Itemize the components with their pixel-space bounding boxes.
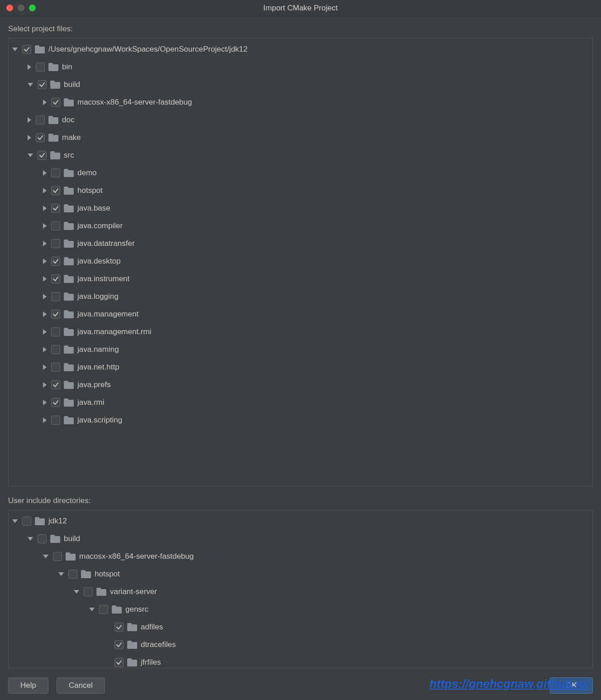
tree-row[interactable]: doc xyxy=(9,111,592,129)
disclosure-triangle-icon[interactable] xyxy=(43,555,48,558)
maximize-window-button[interactable] xyxy=(29,5,36,11)
tree-row[interactable]: java.management xyxy=(9,305,592,323)
checkbox[interactable] xyxy=(36,115,45,125)
disclosure-triangle-icon[interactable] xyxy=(43,294,47,299)
checkbox[interactable] xyxy=(51,327,60,336)
checkbox[interactable] xyxy=(51,168,60,177)
tree-row[interactable]: java.prefs xyxy=(9,376,592,393)
tree-row[interactable]: hotspot xyxy=(9,565,592,583)
checkbox[interactable] xyxy=(51,380,60,389)
tree-row[interactable]: dtracefiles xyxy=(9,636,592,653)
checkbox[interactable] xyxy=(51,98,60,107)
disclosure-triangle-icon[interactable] xyxy=(43,329,47,335)
disclosure-triangle-icon[interactable] xyxy=(43,206,47,211)
checkbox[interactable] xyxy=(114,640,124,649)
checkbox[interactable] xyxy=(114,623,124,632)
checkbox[interactable] xyxy=(38,80,47,89)
checkbox[interactable] xyxy=(84,587,93,596)
checkbox[interactable] xyxy=(51,292,60,301)
checkbox[interactable] xyxy=(51,186,60,195)
tree-row[interactable]: java.net.http xyxy=(9,358,592,376)
cancel-button[interactable]: Cancel xyxy=(57,677,105,694)
help-button[interactable]: Help xyxy=(8,677,48,694)
checkbox[interactable] xyxy=(53,552,62,561)
disclosure-triangle-icon[interactable] xyxy=(28,83,33,86)
tree-row[interactable]: java.logging xyxy=(9,288,592,305)
checkbox[interactable] xyxy=(36,133,45,142)
disclosure-triangle-icon[interactable] xyxy=(43,259,47,264)
checkbox[interactable] xyxy=(68,570,77,579)
close-window-button[interactable] xyxy=(6,5,13,11)
disclosure-triangle-icon[interactable] xyxy=(28,153,33,157)
tree-row[interactable]: demo xyxy=(9,164,592,182)
tree-row[interactable]: gensrc xyxy=(9,600,592,618)
disclosure-triangle-icon[interactable] xyxy=(43,400,47,405)
tree-row[interactable]: macosx-x86_64-server-fastdebug xyxy=(9,547,592,565)
checkbox[interactable] xyxy=(51,204,60,213)
checkbox[interactable] xyxy=(51,398,60,407)
disclosure-triangle-icon[interactable] xyxy=(28,537,33,541)
checkbox[interactable] xyxy=(51,257,60,266)
checkbox[interactable] xyxy=(51,310,60,319)
tree-row[interactable]: java.naming xyxy=(9,340,592,358)
disclosure-triangle-icon[interactable] xyxy=(43,312,47,317)
disclosure-triangle-icon[interactable] xyxy=(74,590,79,594)
tree-row[interactable]: jdk12 xyxy=(9,512,592,530)
checkbox[interactable] xyxy=(51,345,60,354)
tree-row[interactable]: java.compiler xyxy=(9,217,592,235)
disclosure-triangle-icon[interactable] xyxy=(12,519,18,523)
disclosure-triangle-icon[interactable] xyxy=(43,223,47,229)
tree-row[interactable]: java.instrument xyxy=(9,270,592,288)
disclosure-triangle-icon[interactable] xyxy=(28,135,31,140)
disclosure-triangle-icon[interactable] xyxy=(43,241,47,246)
tree-row[interactable]: build xyxy=(9,76,592,93)
tree-row[interactable]: adfiles xyxy=(9,618,592,636)
disclosure-triangle-icon[interactable] xyxy=(43,276,47,282)
tree-row[interactable]: java.scripting xyxy=(9,411,592,429)
ok-button[interactable]: OK xyxy=(550,677,593,694)
checkbox[interactable] xyxy=(99,605,108,614)
tree-row[interactable]: macosx-x86_64-server-fastdebug xyxy=(9,93,592,111)
disclosure-triangle-icon[interactable] xyxy=(28,117,31,123)
disclosure-triangle-icon[interactable] xyxy=(43,417,47,423)
project-files-tree-pane[interactable]: /Users/gnehcgnaw/WorkSpaces/OpenSourcePr… xyxy=(8,38,593,486)
disclosure-triangle-icon[interactable] xyxy=(43,347,47,352)
checkbox[interactable] xyxy=(51,274,60,283)
checkbox[interactable] xyxy=(38,534,47,543)
tree-node-label: java.logging xyxy=(77,292,119,301)
disclosure-triangle-icon[interactable] xyxy=(43,100,47,105)
tree-row[interactable]: java.datatransfer xyxy=(9,235,592,252)
disclosure-triangle-icon[interactable] xyxy=(89,608,95,611)
tree-row[interactable]: variant-server xyxy=(9,583,592,600)
include-dirs-tree-pane[interactable]: jdk12buildmacosx-x86_64-server-fastdebug… xyxy=(8,510,593,668)
tree-row[interactable]: build xyxy=(9,530,592,547)
tree-row[interactable]: src xyxy=(9,146,592,164)
disclosure-triangle-icon[interactable] xyxy=(43,188,47,193)
checkbox[interactable] xyxy=(51,363,60,372)
checkbox[interactable] xyxy=(22,517,31,526)
tree-row[interactable]: java.desktop xyxy=(9,252,592,270)
titlebar: Import CMake Project xyxy=(0,0,601,16)
checkbox[interactable] xyxy=(51,239,60,248)
checkbox[interactable] xyxy=(51,416,60,425)
checkbox[interactable] xyxy=(51,221,60,230)
disclosure-triangle-icon[interactable] xyxy=(43,364,47,370)
tree-row[interactable]: bin xyxy=(9,58,592,76)
disclosure-triangle-icon[interactable] xyxy=(43,382,47,388)
tree-row[interactable]: java.management.rmi xyxy=(9,323,592,340)
checkbox[interactable] xyxy=(22,45,31,54)
minimize-window-button[interactable] xyxy=(18,5,24,11)
disclosure-triangle-icon[interactable] xyxy=(58,572,64,576)
checkbox[interactable] xyxy=(114,658,124,667)
tree-row[interactable]: java.rmi xyxy=(9,393,592,411)
tree-row[interactable]: make xyxy=(9,129,592,146)
disclosure-triangle-icon[interactable] xyxy=(12,48,18,51)
tree-row[interactable]: java.base xyxy=(9,199,592,217)
checkbox[interactable] xyxy=(38,151,47,160)
checkbox[interactable] xyxy=(36,62,45,72)
disclosure-triangle-icon[interactable] xyxy=(28,64,31,70)
disclosure-triangle-icon[interactable] xyxy=(43,170,47,176)
tree-row[interactable]: jfrfiles xyxy=(9,653,592,668)
tree-row[interactable]: hotspot xyxy=(9,182,592,199)
tree-row[interactable]: /Users/gnehcgnaw/WorkSpaces/OpenSourcePr… xyxy=(9,40,592,58)
